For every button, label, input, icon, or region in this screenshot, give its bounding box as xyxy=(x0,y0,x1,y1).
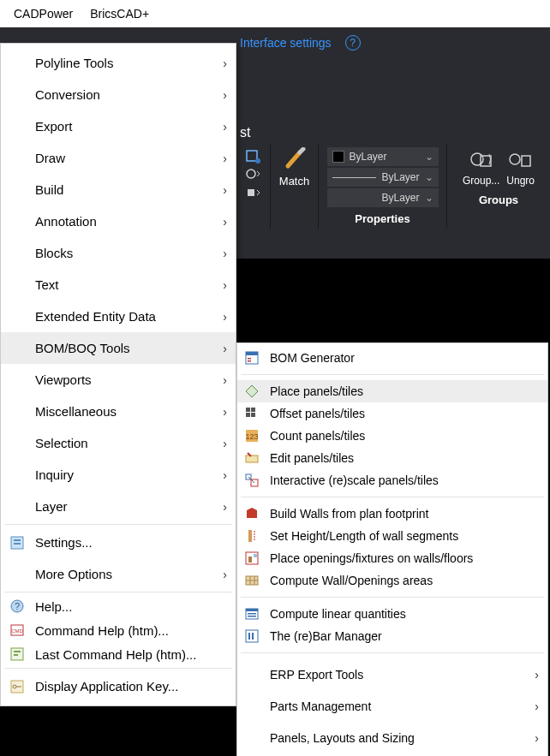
color-swatch xyxy=(332,151,344,163)
svg-text:CMD: CMD xyxy=(11,628,23,634)
menu-label: Offset panels/tiles xyxy=(270,407,365,420)
match-label: Match xyxy=(279,175,309,188)
svg-point-6 xyxy=(510,154,520,164)
interface-settings-link[interactable]: Interface settings xyxy=(240,36,332,50)
menu-label: Polyline Tools xyxy=(35,56,113,70)
menu-label: Inquiry xyxy=(35,467,74,482)
key-icon xyxy=(9,679,25,694)
menu-polyline-tools[interactable]: Polyline Tools› xyxy=(1,47,236,79)
svg-point-2 xyxy=(247,170,255,178)
menu-label: Help... xyxy=(35,599,72,614)
offset-panels-icon xyxy=(244,406,260,421)
menu-viewports[interactable]: Viewports› xyxy=(1,364,236,396)
svg-point-4 xyxy=(471,153,483,165)
property-lineweight-row[interactable]: ByLayer ⌄ xyxy=(327,168,439,187)
menu-label: ERP Export Tools xyxy=(270,668,363,682)
help-icon[interactable]: ? xyxy=(345,35,361,51)
bom-submenu: BOM Generator Place panels/tiles Offset … xyxy=(236,342,548,756)
submenu-place-openings[interactable]: Place openings/fixtures on walls/floors xyxy=(237,547,547,569)
menu-bom-boq-tools[interactable]: BOM/BOQ Tools› xyxy=(1,332,236,364)
menu-label: Compute Wall/Openings areas xyxy=(270,574,433,587)
svg-rect-5 xyxy=(481,156,491,166)
menu-conversion[interactable]: Conversion› xyxy=(1,79,236,110)
menu-extended-entity[interactable]: Extended Entity Data› xyxy=(1,301,236,332)
menu-selection[interactable]: Selection› xyxy=(1,427,236,459)
submenu-bom-generator[interactable]: BOM Generator xyxy=(237,347,547,369)
menu-label: Parts Management xyxy=(270,699,371,713)
menu-label: Export xyxy=(35,119,72,134)
menu-label: Extended Entity Data xyxy=(35,309,156,324)
submenu-rescale-panels[interactable]: Interactive (re)scale panels/tiles xyxy=(237,469,547,491)
submenu-arrow-icon: › xyxy=(223,88,227,102)
svg-rect-41 xyxy=(248,613,256,615)
menu-miscellaneous[interactable]: Miscellaneous› xyxy=(1,396,236,427)
menu-text[interactable]: Text› xyxy=(1,269,236,301)
group-button[interactable]: Group... xyxy=(463,149,499,187)
panel-label-properties: Properties xyxy=(355,207,410,229)
menu-annotation[interactable]: Annotation› xyxy=(1,205,236,237)
svg-text:123: 123 xyxy=(245,432,258,441)
svg-rect-3 xyxy=(248,189,254,196)
submenu-compute-linear[interactable]: Compute linear quantities xyxy=(237,603,547,625)
match-button[interactable]: Match xyxy=(279,147,309,188)
property-linetype-row[interactable]: ByLayer ⌄ xyxy=(327,188,439,207)
submenu-edit-panels[interactable]: Edit panels/tiles xyxy=(237,447,547,469)
ribbon-small-icon-2[interactable] xyxy=(245,168,262,183)
svg-rect-37 xyxy=(254,554,257,557)
menu-more-options[interactable]: More Options› xyxy=(1,558,236,590)
submenu-panels-layouts[interactable]: Panels, Layouts and Sizing› xyxy=(237,722,547,753)
rebar-icon xyxy=(244,628,260,644)
menu-label: Place openings/fixtures on walls/floors xyxy=(270,551,473,565)
menu-build[interactable]: Build› xyxy=(1,174,236,205)
menu-last-command-help[interactable]: Last Command Help (htm)... xyxy=(1,642,236,666)
menu-layer[interactable]: Layer› xyxy=(1,491,236,522)
property-color-row[interactable]: ByLayer ⌄ xyxy=(327,147,439,166)
menu-separator xyxy=(4,668,232,669)
bom-generator-icon xyxy=(244,350,260,366)
menu-export[interactable]: Export› xyxy=(1,110,236,142)
submenu-offset-panels[interactable]: Offset panels/tiles xyxy=(237,402,547,425)
menu-label: Conversion xyxy=(35,87,100,102)
menu-label: Edit panels/tiles xyxy=(270,451,354,465)
menu-draw[interactable]: Draw› xyxy=(1,142,236,174)
submenu-parts-management[interactable]: Parts Management› xyxy=(237,690,547,722)
menu-label: Draw xyxy=(35,151,65,165)
menu-separator xyxy=(241,652,544,653)
svg-point-1 xyxy=(255,158,260,164)
submenu-count-panels[interactable]: 123 Count panels/tiles xyxy=(237,425,547,447)
submenu-arrow-icon: › xyxy=(223,57,227,70)
svg-rect-40 xyxy=(246,609,258,611)
command-help-icon: CMD xyxy=(9,622,25,638)
property-color-value: ByLayer xyxy=(350,151,420,163)
submenu-arrow-icon: › xyxy=(535,668,539,682)
menu-label: Viewports xyxy=(35,372,92,387)
submenu-rebar-manager[interactable]: The (re)Bar Manager xyxy=(237,625,547,647)
menu-label: Text xyxy=(35,277,59,292)
svg-rect-45 xyxy=(252,633,254,640)
submenu-arrow-icon: › xyxy=(223,247,227,260)
count-panels-icon: 123 xyxy=(244,428,260,443)
menu-command-help[interactable]: CMD Command Help (htm)... xyxy=(1,618,236,642)
menubar-bricscad[interactable]: BricsCAD+ xyxy=(81,3,158,24)
menu-label: Settings... xyxy=(35,535,93,550)
ungroup-button[interactable]: Ungro xyxy=(506,149,535,187)
menu-display-app-key[interactable]: Display Application Key... xyxy=(1,670,236,702)
menu-label: Compute linear quantities xyxy=(270,607,406,621)
svg-rect-10 xyxy=(14,543,21,545)
submenu-compute-wall[interactable]: Compute Wall/Openings areas xyxy=(237,569,547,592)
submenu-erp-export[interactable]: ERP Export Tools› xyxy=(237,658,547,690)
last-command-help-icon xyxy=(9,646,25,662)
svg-rect-9 xyxy=(14,539,21,541)
menu-settings[interactable]: Settings... xyxy=(1,527,236,558)
menu-blocks[interactable]: Blocks› xyxy=(1,237,236,269)
menubar-cadpower[interactable]: CADPower xyxy=(5,3,81,24)
ribbon-small-icon-3[interactable] xyxy=(245,187,262,202)
ribbon-small-icon-1[interactable] xyxy=(245,149,262,164)
submenu-place-panels[interactable]: Place panels/tiles xyxy=(237,380,547,402)
submenu-set-height[interactable]: Set Height/Length of wall segments xyxy=(237,525,547,547)
menu-inquiry[interactable]: Inquiry› xyxy=(1,459,236,491)
menu-separator xyxy=(4,592,232,592)
svg-rect-25 xyxy=(246,408,250,412)
submenu-build-walls[interactable]: Build Walls from plan footprint xyxy=(237,503,547,525)
menu-help[interactable]: ? Help... xyxy=(1,594,236,618)
